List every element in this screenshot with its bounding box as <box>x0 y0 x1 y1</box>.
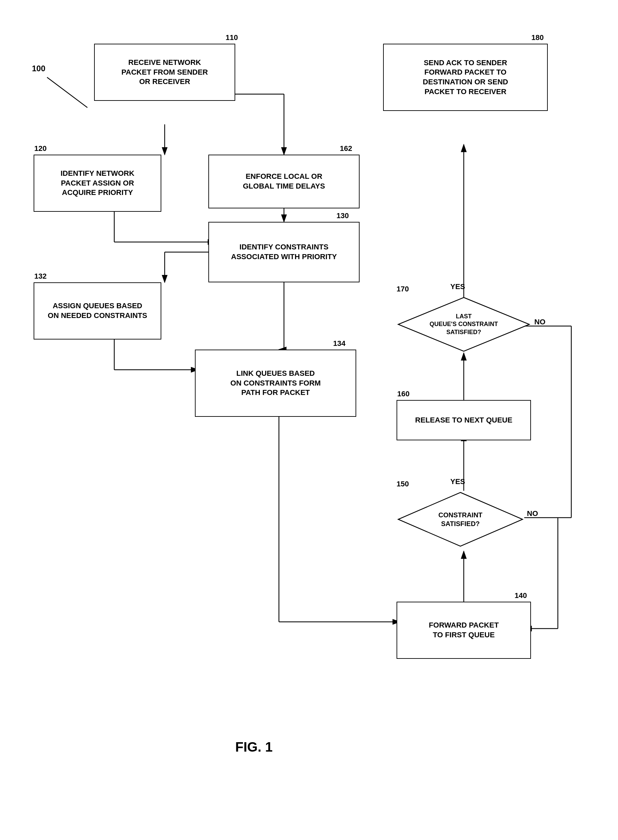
node-160-ref: 160 <box>397 389 410 399</box>
node-150: 150 CONSTRAINTSATISFIED? <box>397 491 524 548</box>
node-120-ref: 120 <box>34 144 47 154</box>
node-140-ref: 140 <box>514 591 527 601</box>
ref-100: 100 <box>32 64 45 73</box>
yes-150-label: YES <box>450 477 465 486</box>
node-140: 140 FORWARD PACKETTO FIRST QUEUE <box>397 602 531 659</box>
node-110-ref: 110 <box>226 33 238 43</box>
node-134-ref: 134 <box>333 339 345 349</box>
node-150-label: CONSTRAINTSATISFIED? <box>438 511 482 528</box>
yes-170-label: YES <box>450 282 465 291</box>
node-160-label: RELEASE TO NEXT QUEUE <box>415 415 512 425</box>
no-170-label: NO <box>534 318 545 326</box>
node-180-ref: 180 <box>531 33 544 43</box>
node-132-ref: 132 <box>34 272 47 281</box>
node-162-label: ENFORCE LOCAL ORGLOBAL TIME DELAYS <box>243 172 325 191</box>
node-180: 180 SEND ACK TO SENDERFORWARD PACKET TOD… <box>383 44 548 111</box>
node-132-label: ASSIGN QUEUES BASEDON NEEDED CONSTRAINTS <box>48 301 147 320</box>
node-130: 130 IDENTIFY CONSTRAINTSASSOCIATED WITH … <box>208 222 360 282</box>
node-134-label: LINK QUEUES BASEDON CONSTRAINTS FORMPATH… <box>230 369 321 398</box>
node-140-label: FORWARD PACKETTO FIRST QUEUE <box>429 620 499 640</box>
figure-label: FIG. 1 <box>235 739 273 755</box>
node-120-label: IDENTIFY NETWORKPACKET ASSIGN ORACQUIRE … <box>61 169 134 198</box>
svg-line-25 <box>47 77 88 107</box>
node-120: 120 IDENTIFY NETWORKPACKET ASSIGN ORACQU… <box>34 155 161 212</box>
node-130-label: IDENTIFY CONSTRAINTSASSOCIATED WITH PRIO… <box>231 242 337 262</box>
node-162-ref: 162 <box>340 144 352 154</box>
node-150-ref: 150 <box>397 479 409 489</box>
node-170-label: LASTQUEUE'S CONSTRAINTSATISFIED? <box>429 312 498 336</box>
node-160: 160 RELEASE TO NEXT QUEUE <box>397 400 531 440</box>
node-130-ref: 130 <box>336 211 349 221</box>
node-162: 162 ENFORCE LOCAL ORGLOBAL TIME DELAYS <box>208 155 360 208</box>
node-110-label: RECEIVE NETWORKPACKET FROM SENDEROR RECE… <box>121 58 208 87</box>
node-170-ref: 170 <box>397 284 409 294</box>
node-132: 132 ASSIGN QUEUES BASEDON NEEDED CONSTRA… <box>34 282 161 339</box>
diagram-container: 100 110 RECEIVE NETWORKPACKET FROM SENDE… <box>0 0 618 840</box>
node-110: 110 RECEIVE NETWORKPACKET FROM SENDEROR … <box>94 44 235 101</box>
no-150-label: NO <box>527 509 538 518</box>
node-180-label: SEND ACK TO SENDERFORWARD PACKET TODESTI… <box>423 58 508 97</box>
node-134: 134 LINK QUEUES BASEDON CONSTRAINTS FORM… <box>195 349 356 417</box>
node-170: 170 LASTQUEUE'S CONSTRAINTSATISFIED? <box>397 296 531 353</box>
